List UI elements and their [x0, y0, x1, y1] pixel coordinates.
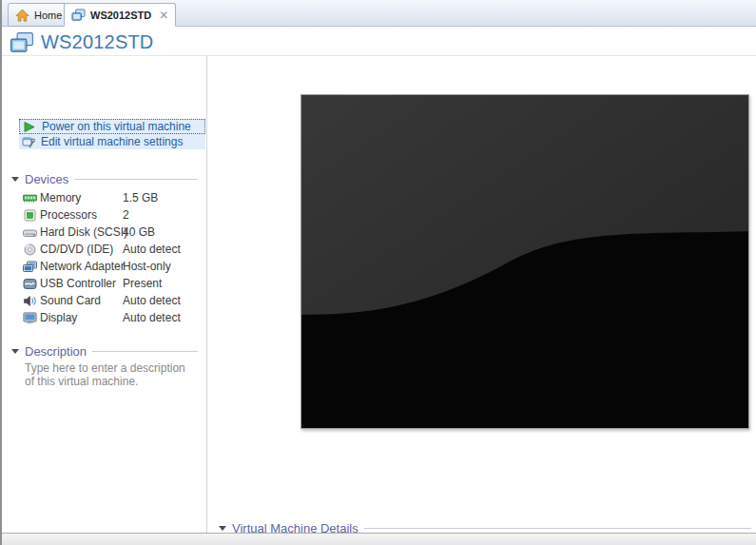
processor-icon	[23, 209, 37, 222]
device-row-hard-disk[interactable]: Hard Disk (SCSI) 40 GB	[23, 224, 204, 241]
vm-screen-preview[interactable]	[300, 94, 749, 429]
device-row-processors[interactable]: Processors 2	[23, 206, 204, 224]
usb-icon	[23, 278, 37, 290]
status-bar	[2, 533, 756, 545]
device-row-cd-dvd[interactable]: CD/DVD (IDE) Auto detect	[23, 241, 204, 258]
tab-label: Home	[34, 10, 62, 21]
section-rule	[74, 179, 198, 180]
tab-ws2012std[interactable]: WS2012STD ✕	[64, 3, 176, 27]
memory-icon	[23, 192, 37, 204]
sidebar: Power on this virtual machine Edit virtu…	[2, 56, 206, 533]
cd-dvd-icon	[23, 243, 37, 256]
vm-icon	[71, 9, 86, 22]
device-row-memory[interactable]: Memory 1.5 GB	[23, 189, 204, 206]
command-list: Power on this virtual machine Edit virtu…	[19, 119, 205, 149]
devices-section-title: Devices	[25, 172, 68, 186]
hard-disk-icon	[23, 226, 37, 239]
edit-settings-label: Edit virtual machine settings	[41, 135, 183, 148]
tab-bar: Home ✕ WS2012STD ✕	[2, 0, 756, 27]
collapse-triangle-icon[interactable]	[219, 526, 226, 531]
sound-card-icon	[23, 295, 37, 307]
display-icon	[23, 312, 37, 324]
description-section-title: Description	[25, 344, 87, 359]
vmware-window: Home ✕ WS2012STD ✕ WS2012STD	[0, 0, 756, 545]
device-row-network-adapter[interactable]: Network Adapter Host-only	[23, 258, 204, 275]
power-on-icon	[23, 121, 36, 133]
section-rule	[92, 351, 198, 352]
vm-icon	[10, 31, 34, 54]
devices-list: Memory 1.5 GB Processors 2 Hard Disk (SC…	[23, 189, 204, 326]
main-panel: Virtual Machine Details State: Powered o…	[207, 56, 756, 533]
collapse-triangle-icon[interactable]	[11, 349, 19, 354]
home-icon	[15, 9, 29, 22]
collapse-triangle-icon[interactable]	[11, 177, 19, 182]
device-row-sound-card[interactable]: Sound Card Auto detect	[23, 292, 204, 309]
description-section-header[interactable]: Description	[11, 344, 198, 359]
edit-settings-icon	[22, 136, 35, 148]
description-placeholder[interactable]: Type here to enter a description of this…	[25, 361, 196, 388]
device-row-usb-controller[interactable]: USB Controller Present	[23, 275, 204, 292]
edit-settings-command[interactable]: Edit virtual machine settings	[19, 134, 205, 149]
device-row-display[interactable]: Display Auto detect	[23, 309, 204, 326]
section-rule	[364, 528, 751, 529]
network-adapter-icon	[23, 261, 37, 273]
devices-section-header[interactable]: Devices	[11, 172, 198, 186]
close-tab-icon[interactable]: ✕	[156, 9, 168, 22]
power-on-command[interactable]: Power on this virtual machine	[19, 119, 205, 134]
page-title: WS2012STD	[41, 31, 154, 53]
tab-label: WS2012STD	[90, 10, 151, 21]
vm-header: WS2012STD	[10, 29, 154, 55]
power-on-label: Power on this virtual machine	[42, 120, 191, 133]
